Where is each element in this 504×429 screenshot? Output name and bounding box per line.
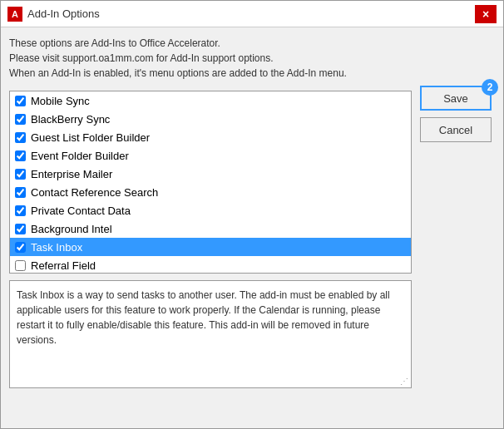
save-badge: 2 [482,79,498,96]
list-item[interactable]: Guest List Folder Builder [10,128,411,146]
addin-checkbox[interactable] [15,114,26,125]
addin-checkbox[interactable] [15,224,26,234]
addin-checkbox[interactable] [15,150,26,161]
list-item[interactable]: Event Folder Builder [10,146,411,165]
addin-description-text: Task Inbox is a way to send tasks to ano… [17,289,390,346]
addin-label: Background Intel [31,223,112,235]
list-item[interactable]: Private Contact Data [10,201,411,219]
app-icon: A [7,7,22,22]
right-panel: Save 2 Cancel [420,36,495,420]
addin-checkbox[interactable] [15,242,26,253]
list-item[interactable]: BlackBerry Sync [10,110,411,128]
addin-label: Contact Reference Search [31,186,158,199]
title-bar: A Add-In Options × [1,1,503,27]
addin-checkbox[interactable] [15,169,26,180]
dialog-body: These options are Add-Ins to Office Acce… [1,27,503,428]
list-item[interactable]: Mobile Sync [10,91,411,110]
description-text: These options are Add-Ins to Office Acce… [9,36,412,81]
left-panel: These options are Add-Ins to Office Acce… [9,36,412,420]
addin-label: Guest List Folder Builder [31,131,150,144]
addin-label: Mobile Sync [31,95,90,107]
addin-checkbox[interactable] [15,260,26,271]
addin-label: Task Inbox [31,241,82,254]
addin-label: Event Folder Builder [31,150,129,162]
addin-label: BlackBerry Sync [31,113,110,126]
addin-label: Private Contact Data [31,205,131,217]
addin-checkbox[interactable] [15,132,26,143]
list-item[interactable]: Task Inbox [10,238,411,256]
cancel-button[interactable]: Cancel [420,117,492,142]
addin-checkbox[interactable] [15,187,26,198]
list-item[interactable]: Referral Field [10,256,411,274]
list-item[interactable]: Enterprise Mailer [10,165,411,183]
addin-checkbox[interactable] [15,96,26,106]
save-button[interactable]: Save 2 [420,86,492,111]
addins-list[interactable]: Mobile SyncBlackBerry SyncGuest List Fol… [9,91,412,274]
dialog: A Add-In Options × These options are Add… [0,0,504,429]
addin-label: Enterprise Mailer [31,168,112,180]
close-button[interactable]: × [475,5,497,23]
list-item[interactable]: Background Intel [10,219,411,238]
dialog-title: Add-In Options [27,7,100,20]
addin-label: Referral Field [31,259,96,272]
addin-checkbox[interactable] [15,205,26,216]
addin-description: Task Inbox is a way to send tasks to ano… [9,280,412,388]
resize-handle[interactable]: ⋰ [399,376,409,386]
list-item[interactable]: Contact Reference Search [10,183,411,201]
title-bar-left: A Add-In Options [7,7,100,22]
